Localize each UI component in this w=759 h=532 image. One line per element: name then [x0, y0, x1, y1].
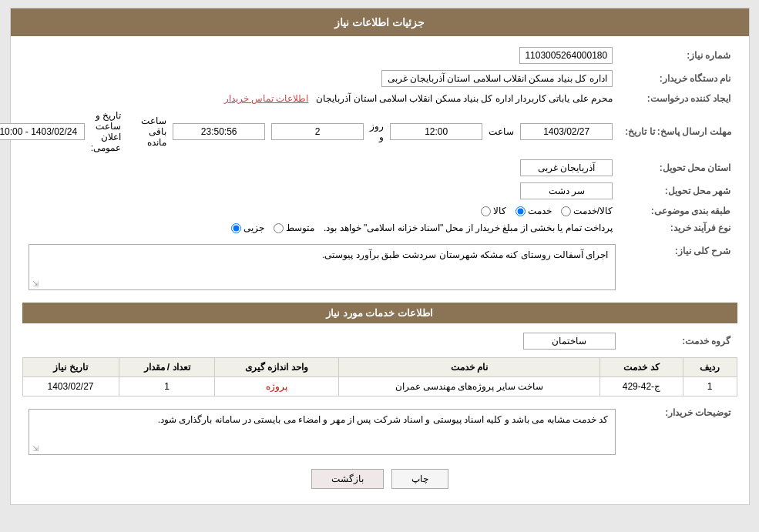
service-group-box: ساختمان — [523, 333, 616, 350]
service-cell-0: 1 — [683, 377, 737, 396]
col-qty: تعداد / مقدار — [119, 358, 215, 377]
city-value: سر دشت — [0, 179, 619, 202]
buyer-notes-value: کد خدمت مشابه می باشد و کلیه اسناد پیوست… — [22, 403, 622, 458]
col-code: کد خدمت — [600, 358, 683, 377]
province-box: آذربایجان غربی — [520, 159, 613, 176]
deadline-value: 1403/02/27 ساعت 12:00 روز و 2 23:50:56 س… — [0, 107, 619, 156]
need-number-box: 1103005264000180 — [519, 47, 613, 64]
deadline-days-box: 2 — [271, 123, 364, 140]
creator-row: ایجاد کننده درخواست: محرم علی یاباتی کار… — [0, 90, 737, 107]
announcement-value-box: 1403/02/24 - 10:00 — [0, 123, 85, 140]
col-name: نام خدمت — [338, 358, 600, 377]
service-cell-2: ساخت سایر پروژه‌های مهندسی عمران — [338, 377, 600, 396]
buyer-notes-label: توضیحات خریدار: — [622, 403, 737, 458]
category-options: کالا/خدمت خدمت کالا — [0, 202, 619, 219]
province-label: استان محل تحویل: — [619, 156, 737, 179]
col-date: تاریخ نیاز — [22, 358, 119, 377]
radio-goods-service[interactable]: کالا/خدمت — [561, 206, 613, 216]
deadline-time-label: ساعت — [489, 126, 514, 137]
radio-service-input[interactable] — [516, 206, 526, 216]
button-row: چاپ بازگشت — [22, 469, 737, 489]
main-info-table: شماره نیاز: 1103005264000180 نام دستگاه … — [0, 44, 737, 236]
purchase-type-label: نوع فرآیند خرید: — [619, 219, 737, 236]
creator-text: محرم علی یاباتی کاربردار اداره کل بنیاد … — [316, 93, 613, 104]
radio-minor-label: جزیی — [243, 223, 264, 233]
purchase-note: پرداخت تمام یا بخشی از مبلغ خریدار از مح… — [324, 223, 613, 233]
deadline-remaining-label: ساعت باقی مانده — [141, 115, 166, 148]
print-button[interactable]: چاپ — [391, 469, 448, 489]
need-desc-value: اجرای آسفالت روستای کنه مشکه شهرستان سرد… — [22, 241, 622, 293]
need-number-row: شماره نیاز: 1103005264000180 — [0, 44, 737, 67]
category-label: طبقه بندی موضوعی: — [619, 202, 737, 219]
service-cell-5: 1403/02/27 — [22, 377, 119, 396]
radio-medium-label: متوسط — [286, 223, 314, 233]
buyer-org-row: نام دستگاه خریدار: اداره کل بنیاد مسکن ا… — [0, 67, 737, 90]
service-table-header-row: ردیف کد خدمت نام خدمت واحد اندازه گیری ت… — [22, 358, 737, 377]
need-desc-box: اجرای آسفالت روستای کنه مشکه شهرستان سرد… — [29, 244, 616, 290]
service-section-title: اطلاعات خدمات مورد نیاز — [22, 303, 737, 323]
radio-minor-input[interactable] — [231, 223, 241, 233]
service-group-label: گروه خدمت: — [622, 330, 737, 353]
city-box: سر دشت — [520, 182, 613, 199]
radio-service-label: خدمت — [528, 206, 552, 216]
service-group-table: گروه خدمت: ساختمان — [22, 330, 737, 353]
page-container: جزئیات اطلاعات نیاز شماره نیاز: 11030052… — [10, 8, 750, 505]
service-table-row: 1ج-42-429ساخت سایر پروژه‌های مهندسی عمرا… — [22, 377, 737, 396]
radio-medium-input[interactable] — [274, 223, 284, 233]
col-unit: واحد اندازه گیری — [215, 358, 338, 377]
buyer-org-label: نام دستگاه خریدار: — [619, 67, 737, 90]
city-row: شهر محل تحویل: سر دشت — [0, 179, 737, 202]
service-cell-1: ج-42-429 — [600, 377, 683, 396]
radio-minor[interactable]: جزیی — [231, 223, 264, 233]
need-number-value: 1103005264000180 — [0, 44, 619, 67]
purchase-type-row: نوع فرآیند خرید: پرداخت تمام یا بخشی از … — [0, 219, 737, 236]
need-desc-label: شرح کلی نیاز: — [622, 241, 737, 293]
province-row: استان محل تحویل: آذربایجان غربی — [0, 156, 737, 179]
buyer-org-value: اداره کل بنیاد مسکن انقلاب اسلامی استان … — [0, 67, 619, 90]
need-desc-table: شرح کلی نیاز: اجرای آسفالت روستای کنه مش… — [22, 241, 737, 293]
deadline-row: مهلت ارسال پاسخ: تا تاریخ: 1403/02/27 سا… — [0, 107, 737, 156]
announcement-label: تاریخ و ساعت اعلان عمومی: — [91, 110, 121, 153]
deadline-date-box: 1403/02/27 — [520, 123, 613, 140]
need-number-label: شماره نیاز: — [619, 44, 737, 67]
province-value: آذربایجان غربی — [0, 156, 619, 179]
buyer-notes-table: توضیحات خریدار: کد خدمت مشابه می باشد و … — [22, 403, 737, 458]
radio-goods-label: کالا — [493, 206, 506, 216]
contact-link[interactable]: اطلاعات تماس خریدار — [224, 93, 309, 104]
radio-goods[interactable]: کالا — [481, 206, 506, 216]
purchase-type-value: پرداخت تمام یا بخشی از مبلغ خریدار از مح… — [0, 219, 619, 236]
radio-medium[interactable]: متوسط — [274, 223, 314, 233]
content-area: شماره نیاز: 1103005264000180 نام دستگاه … — [11, 36, 749, 504]
deadline-days-label: روز و — [370, 121, 384, 142]
creator-value: محرم علی یاباتی کاربردار اداره کل بنیاد … — [0, 90, 619, 107]
service-cell-3: پروژه — [215, 377, 338, 396]
category-row: طبقه بندی موضوعی: کالا/خدمت خدمت کالا — [0, 202, 737, 219]
service-cell-4: 1 — [119, 377, 215, 396]
back-button[interactable]: بازگشت — [311, 469, 384, 489]
deadline-time-box: 12:00 — [390, 123, 482, 140]
service-group-value: ساختمان — [22, 330, 622, 353]
deadline-remaining-box: 23:50:56 — [173, 123, 265, 140]
buyer-notes-row: توضیحات خریدار: کد خدمت مشابه می باشد و … — [22, 403, 737, 458]
need-desc-row: شرح کلی نیاز: اجرای آسفالت روستای کنه مش… — [22, 241, 737, 293]
radio-goods-service-label: کالا/خدمت — [573, 206, 613, 216]
creator-label: ایجاد کننده درخواست: — [619, 90, 737, 107]
city-label: شهر محل تحویل: — [619, 179, 737, 202]
radio-goods-service-input[interactable] — [561, 206, 571, 216]
buyer-org-box: اداره کل بنیاد مسکن انقلاب اسلامی استان … — [381, 70, 613, 87]
radio-goods-input[interactable] — [481, 206, 491, 216]
service-items-table: ردیف کد خدمت نام خدمت واحد اندازه گیری ت… — [22, 357, 737, 396]
service-group-row: گروه خدمت: ساختمان — [22, 330, 737, 353]
col-row: ردیف — [683, 358, 737, 377]
deadline-label: مهلت ارسال پاسخ: تا تاریخ: — [619, 107, 737, 156]
page-title: جزئیات اطلاعات نیاز — [11, 8, 749, 36]
radio-service[interactable]: خدمت — [516, 206, 552, 216]
buyer-notes-box: کد خدمت مشابه می باشد و کلیه اسناد پیوست… — [29, 409, 616, 455]
